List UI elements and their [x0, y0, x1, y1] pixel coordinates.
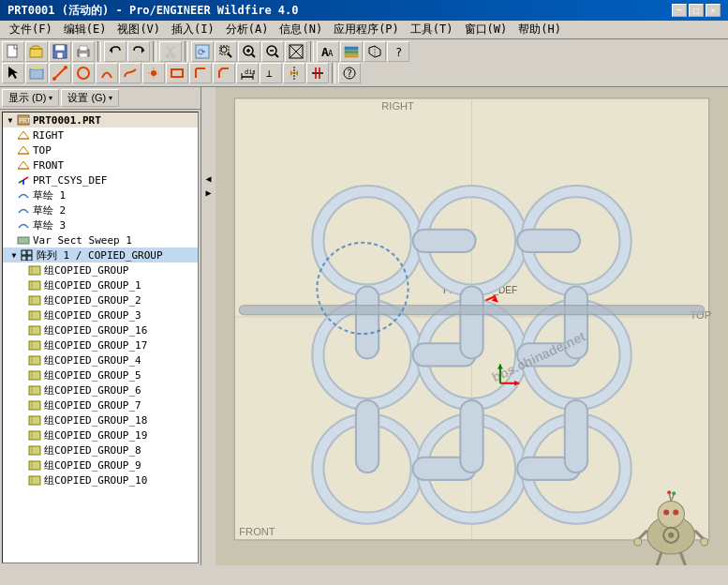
svg-marker-64 [18, 131, 29, 139]
separator-3 [185, 41, 188, 62]
svg-rect-34 [345, 47, 358, 50]
array-expand[interactable]: ▼ [8, 249, 20, 261]
tree-item-group-10[interactable]: 组COPIED_GROUP_10 [3, 472, 198, 488]
menu-apps[interactable]: 应用程序(P) [328, 20, 405, 39]
tree-label-group-0: 组COPIED_GROUP [44, 263, 128, 278]
redo-button[interactable] [127, 41, 150, 62]
zoom-window-button[interactable] [215, 41, 237, 62]
svg-rect-8 [80, 53, 87, 57]
menu-help[interactable]: 帮助(H) [513, 20, 567, 39]
tree-item-group-2[interactable]: 组COPIED_GROUP_2 [3, 292, 198, 308]
root-expand[interactable]: ▼ [5, 114, 16, 126]
tree-label-array: 阵列 1 / COPIED_GROUP [37, 248, 163, 262]
tree-item-array[interactable]: ▼ 阵列 1 / COPIED_GROUP [3, 248, 198, 262]
tree-item-group-1[interactable]: 组COPIED_GROUP_1 [3, 278, 198, 292]
tree-item-csys[interactable]: PRT_CSYS_DEF [3, 172, 198, 188]
tree-root[interactable]: ▼ PRT PRT0001.PRT [3, 112, 198, 128]
tree-label-group-1: 组COPIED_GROUP_1 [44, 278, 141, 292]
tree-item-right[interactable]: RIGHT [3, 128, 198, 142]
tree-item-sketch3[interactable]: 草绘 3 [3, 218, 198, 232]
tree-item-group-5[interactable]: 组COPIED_GROUP_5 [3, 368, 198, 382]
tree-item-group-19[interactable]: 组COPIED_GROUP_19 [3, 428, 198, 442]
view3d-button[interactable] [364, 41, 386, 62]
fillet-button[interactable] [189, 63, 212, 83]
svg-rect-78 [29, 266, 40, 275]
new-button[interactable] [2, 41, 24, 62]
minimize-button[interactable]: ─ [672, 4, 687, 17]
tree-item-front[interactable]: FRONT [3, 158, 198, 172]
layer-button[interactable] [340, 41, 363, 62]
tree-item-top[interactable]: TOP [3, 142, 198, 158]
tree-item-group-18[interactable]: 组COPIED_GROUP_18 [3, 412, 198, 428]
svg-rect-90 [29, 356, 40, 365]
tree-item-group-6[interactable]: 组COPIED_GROUP_6 [3, 382, 198, 398]
tree-item-sketch2[interactable]: 草绘 2 [3, 202, 198, 218]
menu-edit[interactable]: 编辑(E) [58, 20, 112, 39]
open-button[interactable] [25, 41, 48, 62]
tree-item-sketch1[interactable]: 草绘 1 [3, 188, 198, 202]
menu-insert[interactable]: 插入(I) [166, 20, 220, 39]
svg-rect-144 [356, 400, 379, 472]
zoom-out-button[interactable] [261, 41, 284, 62]
tree-item-sweep[interactable]: Var Sect Sweep 1 [3, 232, 198, 248]
chamfer-button[interactable] [213, 63, 235, 83]
tree-item-group-3[interactable]: 组COPIED_GROUP_3 [3, 308, 198, 322]
select-button[interactable] [2, 63, 24, 83]
separator-2 [153, 41, 156, 62]
spline-button[interactable] [119, 63, 141, 83]
menu-info[interactable]: 信息(N) [274, 20, 328, 39]
menu-analysis[interactable]: 分析(A) [220, 20, 275, 39]
tree-item-group-7[interactable]: 组COPIED_GROUP_7 [3, 398, 198, 412]
svg-text:dim: dim [245, 68, 255, 76]
display-dropdown[interactable]: 显示 (D) ▾ [2, 89, 59, 107]
circle-button[interactable] [72, 63, 95, 83]
tree-item-group-0[interactable]: 组COPIED_GROUP [3, 262, 198, 278]
canvas-area[interactable]: RIGHT TOP FRONT PRT_CSYS_DEF [215, 87, 728, 565]
repaint-button[interactable]: ⟳ [191, 41, 214, 62]
svg-marker-66 [18, 146, 29, 154]
tree-item-group-4[interactable]: 组COPIED_GROUP_4 [3, 352, 198, 368]
tree-label-group-16: 组COPIED_GROUP_16 [44, 323, 147, 338]
tree-item-group-17[interactable]: 组COPIED_GROUP_17 [3, 338, 198, 352]
constraint-button[interactable]: ⊥ [260, 63, 282, 83]
dim-button[interactable]: dim [236, 63, 259, 83]
undo-button[interactable] [104, 41, 126, 62]
group-icon-5 [27, 368, 42, 382]
toolbar-row-2: dim ⊥ ? [2, 63, 726, 83]
trim-button[interactable] [306, 63, 329, 83]
menu-view[interactable]: 视图(V) [111, 20, 166, 39]
sketch-line-button[interactable] [49, 63, 71, 83]
zoom-fit-button[interactable] [285, 41, 307, 62]
svg-rect-145 [460, 286, 483, 358]
close-button[interactable]: ✕ [706, 4, 721, 17]
maximize-button[interactable]: □ [689, 4, 704, 17]
cut-button[interactable] [159, 41, 182, 62]
model-tree[interactable]: ▼ PRT PRT0001.PRT RIGHT [2, 112, 199, 563]
mirror-button[interactable] [283, 63, 305, 83]
settings-dropdown[interactable]: 设置 (G) ▾ [61, 89, 119, 107]
menu-window[interactable]: 窗口(W) [459, 20, 513, 39]
save-button[interactable] [49, 41, 71, 62]
repaint2-button[interactable] [25, 63, 48, 83]
print-button[interactable] [72, 41, 95, 62]
svg-rect-5 [57, 52, 63, 58]
rect-button[interactable] [166, 63, 188, 83]
tree-item-group-8[interactable]: 组COPIED_GROUP_8 [3, 442, 198, 458]
help-button[interactable]: ? [387, 41, 409, 62]
menu-file[interactable]: 文件(F) [4, 20, 58, 39]
svg-text:?: ? [347, 68, 352, 79]
right-arrow[interactable]: ▶ [205, 188, 211, 198]
tree-label-top: TOP [33, 144, 52, 157]
help2-button[interactable]: ? [338, 63, 361, 83]
left-arrow[interactable]: ◀ [205, 173, 211, 184]
svg-rect-143 [356, 286, 379, 358]
svg-rect-96 [29, 401, 40, 410]
point-button[interactable] [142, 63, 165, 83]
zoom-in-button[interactable] [238, 41, 260, 62]
tree-item-group-9[interactable]: 组COPIED_GROUP_9 [3, 458, 198, 472]
svg-point-167 [668, 532, 674, 538]
menu-tools[interactable]: 工具(T) [405, 20, 459, 39]
text-button[interactable]: AA [317, 41, 339, 62]
arc-button[interactable] [96, 63, 118, 83]
tree-item-group-16[interactable]: 组COPIED_GROUP_16 [3, 322, 198, 338]
